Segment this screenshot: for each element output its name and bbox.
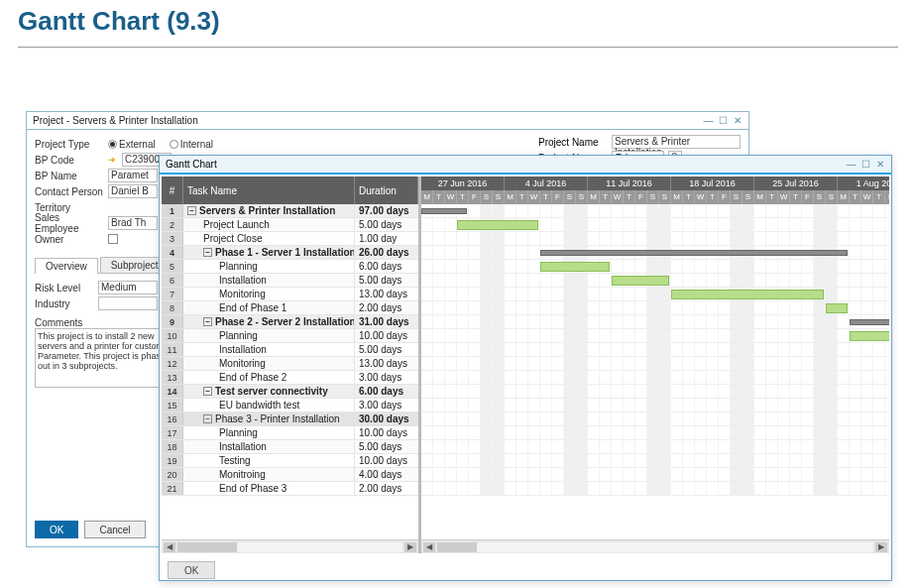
gantt-bar[interactable] (421, 208, 467, 214)
task-row[interactable]: 17Planning10.00 days (162, 426, 418, 440)
task-row[interactable]: 6Installation5.00 days (162, 274, 418, 288)
task-row[interactable]: 3Project Close1.00 day (162, 232, 418, 246)
gantt-ok-button[interactable]: OK (168, 561, 215, 579)
bp-code-label: BP Code (35, 155, 104, 166)
task-number: 15 (162, 399, 183, 412)
task-row[interactable]: 11Installation5.00 days (162, 343, 418, 357)
task-row[interactable]: 4−Phase 1 - Server 1 Installation26.00 d… (162, 246, 418, 260)
week-header: 1 Aug 2016 (838, 176, 889, 190)
timeline-row (421, 357, 889, 371)
project-type-label: Project Type (35, 139, 104, 150)
maximize-icon[interactable]: ☐ (860, 160, 870, 170)
ok-button[interactable]: OK (35, 521, 78, 538)
task-row[interactable]: 7Monitoring13.00 days (162, 288, 418, 301)
gantt-bar[interactable] (540, 250, 848, 256)
week-header: 4 Jul 2016 (505, 176, 588, 190)
task-row[interactable]: 10Planning10.00 days (162, 329, 418, 343)
project-name-input[interactable]: Servers & Printer Installation (612, 135, 741, 149)
internal-radio[interactable]: Internal (170, 139, 213, 150)
timeline-h-scrollbar[interactable]: ◀ ▶ (421, 539, 889, 553)
task-number: 7 (162, 288, 183, 300)
gantt-bar[interactable] (612, 276, 669, 286)
task-row[interactable]: 15EU bandwidth test3.00 days (162, 399, 418, 412)
task-name-cell: Installation (183, 274, 355, 287)
collapse-icon[interactable]: − (187, 206, 196, 215)
task-row[interactable]: 9−Phase 2 - Server 2 Installation31.00 d… (162, 315, 418, 329)
owner-checkbox[interactable] (108, 234, 118, 244)
timeline-row (421, 343, 889, 357)
timeline-row (421, 260, 889, 274)
task-row[interactable]: 16−Phase 3 - Printer Installation30.00 d… (162, 412, 418, 426)
task-number: 14 (162, 385, 183, 398)
day-header: F (802, 190, 814, 204)
gantt-chart-window: Gantt Chart — ☐ ✕ # Task Name Duration 1… (159, 155, 892, 581)
gantt-bar[interactable] (850, 331, 889, 341)
day-header: W (695, 190, 707, 204)
scroll-left-icon[interactable]: ◀ (164, 542, 175, 552)
task-row[interactable]: 20Monitroing4.00 days (162, 468, 418, 482)
minimize-icon[interactable]: — (846, 160, 856, 170)
day-header: W (445, 190, 457, 204)
task-row[interactable]: 19Testing10.00 days (162, 454, 418, 468)
task-name-cell: End of Phase 3 (183, 482, 355, 495)
timeline-row (421, 232, 889, 246)
cancel-button[interactable]: Cancel (84, 521, 145, 538)
contact-person-input[interactable]: Daniel B (108, 184, 158, 198)
column-header-duration[interactable]: Duration (355, 176, 418, 204)
minimize-icon[interactable]: — (703, 116, 713, 126)
day-header: M (838, 190, 850, 204)
gantt-bar[interactable] (540, 262, 610, 272)
task-row[interactable]: 2Project Launch5.00 days (162, 218, 418, 232)
task-duration-cell: 13.00 days (355, 288, 418, 300)
task-row[interactable]: 1−Servers & Printer Installation97.00 da… (162, 204, 418, 218)
external-radio[interactable]: External (108, 139, 156, 150)
close-icon[interactable]: ✕ (733, 116, 743, 126)
timeline-row (421, 288, 889, 301)
link-arrow-icon[interactable]: ➜ (108, 155, 116, 165)
gantt-bar[interactable] (826, 303, 848, 313)
collapse-icon[interactable]: − (203, 248, 212, 257)
task-name-cell: −Phase 3 - Printer Installation (183, 412, 355, 425)
task-duration-cell: 97.00 days (355, 204, 418, 217)
task-name-cell: Monitoring (183, 288, 355, 300)
column-header-num[interactable]: # (162, 176, 183, 204)
task-row[interactable]: 14−Test server connectivity6.00 days (162, 385, 418, 399)
gantt-bar[interactable] (457, 220, 538, 230)
gantt-bar[interactable] (671, 290, 824, 299)
collapse-icon[interactable]: − (203, 414, 212, 423)
scrollbar-thumb[interactable] (177, 542, 237, 552)
column-header-taskname[interactable]: Task Name (183, 176, 355, 204)
industry-input[interactable] (98, 296, 158, 310)
sales-employee-input[interactable]: Brad Th (108, 216, 158, 230)
close-icon[interactable]: ✕ (875, 160, 885, 170)
task-row[interactable]: 18Installation5.00 days (162, 440, 418, 454)
task-h-scrollbar[interactable]: ◀ ▶ (162, 539, 418, 553)
task-row[interactable]: 13End of Phase 23.00 days (162, 371, 418, 385)
task-row[interactable]: 12Monitoring13.00 days (162, 357, 418, 371)
task-name-cell: End of Phase 2 (183, 371, 355, 384)
task-list-pane: # Task Name Duration 1−Servers & Printer… (162, 176, 421, 553)
collapse-icon[interactable]: − (203, 317, 212, 326)
timeline-row (421, 246, 889, 260)
risk-level-input[interactable]: Medium (98, 281, 158, 294)
maximize-icon[interactable]: ☐ (718, 116, 728, 126)
task-row[interactable]: 8End of Phase 12.00 days (162, 301, 418, 315)
comments-textarea[interactable]: This project is to install 2 new servers… (35, 328, 178, 388)
scroll-left-icon[interactable]: ◀ (423, 542, 435, 552)
task-row[interactable]: 21End of Phase 32.00 days (162, 482, 418, 496)
task-number: 2 (162, 218, 183, 231)
day-header: W (528, 190, 540, 204)
task-number: 9 (162, 315, 183, 328)
collapse-icon[interactable]: − (203, 387, 212, 396)
bp-name-input[interactable]: Paramet (108, 169, 158, 182)
task-duration-cell: 26.00 days (355, 246, 418, 259)
scroll-right-icon[interactable]: ▶ (875, 542, 887, 552)
scroll-right-icon[interactable]: ▶ (404, 542, 416, 552)
task-row[interactable]: 5Planning6.00 days (162, 260, 418, 274)
gantt-bar[interactable] (850, 319, 889, 325)
scrollbar-thumb[interactable] (437, 542, 477, 552)
task-name-cell: Installation (183, 343, 355, 356)
task-number: 20 (162, 468, 183, 481)
tab-overview[interactable]: Overview (35, 258, 98, 274)
day-header: S (826, 190, 838, 204)
